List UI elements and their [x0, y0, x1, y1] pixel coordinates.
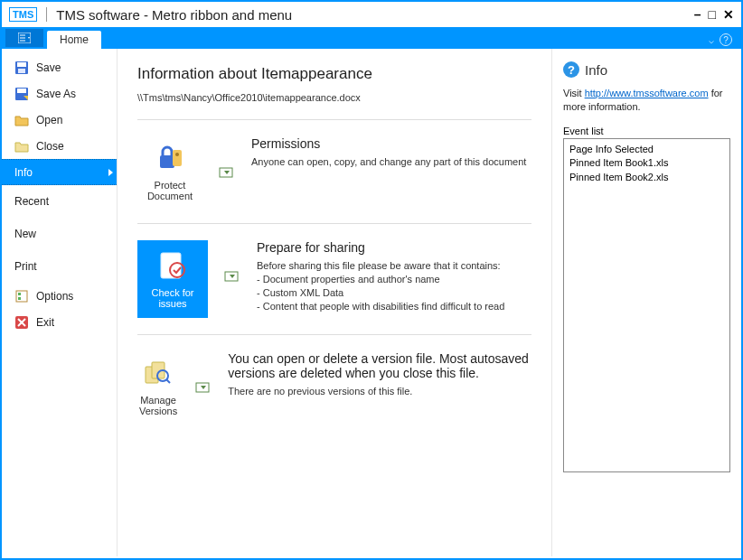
tile-label: Manage Versions	[139, 395, 177, 416]
info-panel: ? Info Visit http://www.tmssoftware.com …	[551, 49, 741, 556]
body-area: Save Save As Open Close I	[2, 49, 741, 556]
save-as-icon	[14, 87, 29, 101]
info-icon: ?	[563, 61, 579, 78]
svg-rect-6	[17, 62, 26, 67]
titlebar-separator	[46, 7, 47, 22]
section-desc: Anyone can open, copy, and change any pa…	[251, 155, 526, 169]
section-versions: Manage Versions You can open or delete a…	[137, 351, 531, 422]
ribbon-app-button[interactable]	[5, 29, 43, 47]
event-item: Pinned Item Book2.xls	[569, 171, 724, 184]
versions-text: You can open or delete a version file. M…	[228, 351, 531, 422]
sidebar-item-save[interactable]: Save	[2, 54, 117, 80]
options-icon	[14, 289, 29, 303]
svg-rect-7	[18, 69, 25, 73]
info-panel-text: Visit http://www.tmssoftware.com for mor…	[563, 87, 730, 115]
event-list-label: Event list	[563, 126, 730, 136]
window-title: TMS software - Metro ribbon and menu	[56, 7, 292, 23]
info-panel-title: Info	[585, 62, 607, 78]
sidebar-item-new[interactable]: New	[2, 218, 117, 250]
sharing-intro: Before sharing this file please be aware…	[257, 259, 504, 273]
sharing-bullet: - Document properties and author's name	[257, 273, 504, 286]
window-controls: – □ ✕	[694, 7, 734, 22]
open-icon	[14, 113, 29, 127]
sharing-bullet: - Content that people with disabilities …	[257, 300, 504, 313]
sidebar-item-exit[interactable]: Exit	[2, 309, 117, 335]
sidebar-item-recent[interactable]: Recent	[2, 185, 117, 218]
sharing-bullet: - Custom XML Data	[257, 286, 504, 300]
sidebar-item-print[interactable]: Print	[2, 250, 117, 283]
app-logo: TMS	[9, 7, 37, 22]
sidebar-label: Save	[36, 61, 61, 74]
minimize-button[interactable]: –	[694, 7, 701, 22]
dropdown-icon[interactable]	[219, 165, 235, 182]
svg-line-29	[166, 379, 170, 383]
lock-key-icon	[154, 142, 186, 174]
section-sharing: Check for issues Prepare for sharing Bef…	[137, 240, 531, 318]
sidebar-label: Recent	[14, 195, 49, 208]
divider	[137, 223, 531, 224]
sidebar: Save Save As Open Close I	[2, 49, 118, 556]
sidebar-item-info[interactable]: Info	[2, 159, 117, 185]
titlebar: TMS TMS software - Metro ribbon and menu…	[2, 2, 741, 27]
svg-point-19	[175, 153, 179, 156]
sidebar-item-save-as[interactable]: Save As	[2, 80, 117, 107]
svg-rect-9	[17, 89, 26, 93]
sidebar-item-close[interactable]: Close	[2, 133, 117, 159]
page-title: Information about Itemappearance	[137, 65, 531, 83]
sidebar-label: Save As	[36, 88, 76, 100]
dropdown-icon[interactable]	[195, 380, 212, 397]
permissions-text: Permissions Anyone can open, copy, and c…	[251, 136, 526, 207]
section-heading: Permissions	[251, 136, 526, 151]
svg-rect-12	[18, 293, 21, 295]
sidebar-label: Exit	[36, 316, 54, 329]
document-path: \\Tms\tms\Nancy\Office2010\itemappearanc…	[137, 92, 531, 103]
svg-rect-18	[173, 150, 182, 166]
check-for-issues-button[interactable]: Check for issues	[137, 240, 208, 318]
main-content: Information about Itemappearance \\Tms\t…	[118, 49, 551, 556]
sidebar-item-options[interactable]: Options	[2, 283, 117, 309]
checklist-icon	[156, 249, 189, 282]
sharing-text: Prepare for sharing Before sharing this …	[257, 240, 504, 318]
section-permissions: Protect Document Permissions Anyone can …	[137, 136, 531, 207]
tab-home[interactable]: Home	[47, 31, 101, 49]
sidebar-item-open[interactable]: Open	[2, 107, 117, 133]
svg-rect-11	[16, 291, 27, 302]
save-icon	[14, 61, 29, 75]
event-item: Pinned Item Book1.xls	[569, 156, 724, 170]
divider	[137, 334, 531, 335]
sidebar-label: Options	[36, 290, 73, 303]
divider	[137, 119, 531, 120]
sidebar-label: Open	[36, 114, 62, 126]
sidebar-label: Info	[14, 166, 33, 179]
tile-label: Protect Document	[139, 180, 201, 201]
section-heading: You can open or delete a version file. M…	[228, 351, 531, 380]
sidebar-label: New	[14, 228, 36, 240]
visit-prefix: Visit	[563, 88, 585, 98]
section-heading: Prepare for sharing	[257, 240, 504, 255]
maximize-button[interactable]: □	[709, 7, 716, 22]
app-window: TMS TMS software - Metro ribbon and menu…	[0, 0, 743, 560]
tile-label: Check for issues	[141, 287, 204, 309]
help-icon[interactable]: ?	[719, 33, 732, 46]
tms-link[interactable]: http://www.tmssoftware.com	[585, 88, 709, 98]
section-desc: There are no previous versions of this f…	[228, 385, 531, 398]
folder-icon	[14, 139, 29, 154]
ribbon-collapse-icon[interactable]: ⌵	[709, 35, 714, 45]
ribbon-strip: Home ⌵ ?	[2, 27, 741, 49]
manage-versions-button[interactable]: Manage Versions	[137, 351, 179, 422]
dropdown-icon[interactable]	[224, 269, 240, 285]
versions-icon	[142, 357, 174, 389]
event-list-box[interactable]: Page Info Selected Pinned Item Book1.xls…	[563, 138, 730, 472]
exit-icon	[14, 315, 29, 330]
svg-rect-13	[18, 297, 21, 300]
svg-marker-4	[28, 37, 30, 39]
close-window-button[interactable]: ✕	[723, 7, 734, 22]
sidebar-label: Print	[14, 260, 37, 273]
svg-rect-17	[160, 155, 174, 168]
protect-document-button[interactable]: Protect Document	[137, 136, 202, 207]
app-menu-icon	[18, 33, 31, 43]
event-item: Page Info Selected	[569, 143, 724, 156]
sidebar-label: Close	[36, 140, 64, 153]
info-panel-header: ? Info	[563, 61, 730, 78]
